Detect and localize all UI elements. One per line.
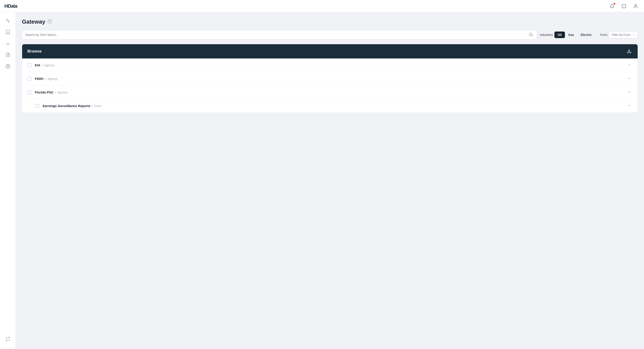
search-button[interactable] [528,32,534,38]
main-content: Gateway Indust [16,12,644,349]
florida-psc-expand-button[interactable] [627,89,632,95]
notification-badge [613,3,616,5]
chevron-down-icon [628,104,632,107]
download-icon [627,49,632,53]
search-filter-bar: Industries Oil Gas Electric Form Filter … [22,30,638,40]
user-icon [633,4,638,8]
earnings-surveillance-expand-button[interactable] [627,103,632,109]
earnings-surveillance-name: Earnings Surveillance Reports [43,104,90,108]
browse-item-florida-psc[interactable]: Florida PSC • Agency [22,86,638,99]
eia-type: Agency [44,63,54,67]
briefcase-icon [6,64,10,68]
form-filter-group: Form Filter by FormForm AForm B [600,31,638,38]
browse-item-earnings-surveillance[interactable]: Earnings Surveillance Reports • Form [22,99,638,112]
eia-name: EIA [35,63,40,67]
filter-electric-button[interactable]: Electric [578,31,595,38]
help-icon-button[interactable] [48,19,52,24]
chevron-down-icon [628,63,632,67]
ferc-type: Agency [48,77,58,81]
svg-point-3 [635,4,636,6]
eia-expand-button[interactable] [627,62,632,68]
user-button[interactable] [632,2,640,10]
search-container [22,30,537,40]
app-logo: HData [4,3,17,9]
earnings-surveillance-checkbox[interactable] [35,104,39,108]
svg-point-12 [530,33,532,36]
sidebar [0,12,16,349]
info-button[interactable] [620,2,628,10]
browse-title: Browse [28,49,42,54]
sidebar-item-documents[interactable] [3,50,13,59]
sidebar-item-library[interactable] [3,27,13,37]
form-filter-label: Form [600,33,608,36]
notification-button[interactable] [608,2,616,10]
question-circle-icon [48,19,52,24]
sidebar-item-briefcase[interactable] [3,61,13,71]
chevron-down-icon [628,76,632,80]
chart-icon [6,41,10,46]
earnings-surveillance-type: Form [94,104,102,108]
book-icon [6,29,10,34]
browse-item-ferc[interactable]: FERC • Agency [22,72,638,86]
browse-item-eia[interactable]: EIA • Agency [22,58,638,72]
browse-list: EIA • Agency FERC • Agency [22,58,638,112]
app-layout: Gateway Indust [0,12,644,349]
svg-rect-9 [6,65,10,68]
document-icon [6,52,10,57]
page-title: Gateway [22,18,45,25]
browse-panel: Browse EIA • Agency [22,44,638,113]
florida-psc-type: Agency [57,91,68,94]
sidebar-item-transfer[interactable] [3,334,13,344]
sidebar-item-chart[interactable] [3,38,13,48]
info-icon [622,4,626,8]
ferc-name: FERC [35,77,44,81]
ferc-expand-button[interactable] [627,75,632,82]
browse-header: Browse [22,44,638,58]
industry-filter-group: Industries Oil Gas Electric [540,31,595,38]
ferc-checkbox[interactable] [28,77,31,81]
chevron-up-icon [628,90,632,94]
transfer-icon [6,337,10,341]
top-navigation: HData [0,0,644,12]
search-input[interactable] [25,33,528,36]
sidebar-item-analytics[interactable] [3,16,13,25]
filter-gas-button[interactable]: Gas [565,31,577,38]
eia-checkbox[interactable] [28,63,31,67]
analytics-icon [6,18,10,23]
filter-oil-button[interactable]: Oil [554,31,565,38]
page-header: Gateway [22,18,638,25]
form-filter-select[interactable]: Filter by FormForm AForm B [609,31,638,38]
nav-icon-group [608,2,640,10]
florida-psc-name: Florida PSC [35,90,54,94]
industries-filter-label: Industries [540,33,553,36]
download-button[interactable] [626,48,632,55]
florida-psc-checkbox[interactable] [28,90,31,94]
svg-line-13 [532,35,532,36]
search-icon [529,33,533,36]
